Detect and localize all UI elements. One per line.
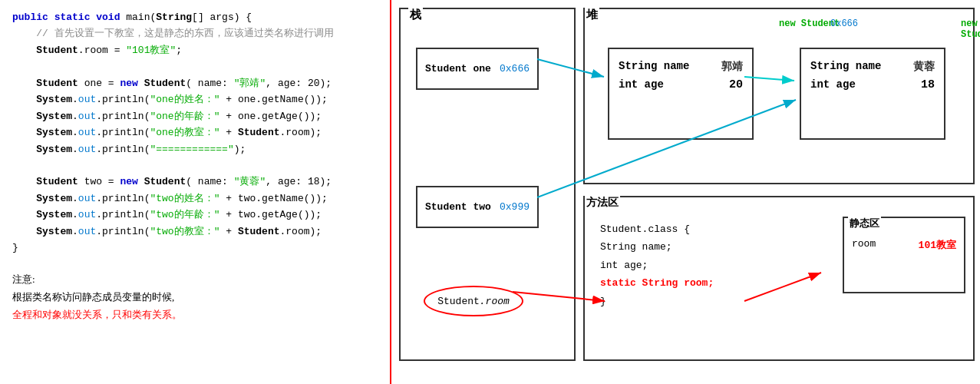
heap-obj2-field1-val: 黄蓉 <box>913 60 935 74</box>
heap-obj2-field2-name: int age <box>810 78 856 91</box>
student-room-oval: Student.room <box>424 286 523 316</box>
heap-obj1-field1-val: 郭靖 <box>721 60 743 74</box>
static-box: 静态区 room 101教室 <box>843 217 965 293</box>
stack-one-card: Student one 0x666 <box>416 48 539 90</box>
static-row: room 101教室 <box>852 238 956 252</box>
heap-object-1: String name 郭靖 int age 20 <box>608 48 754 140</box>
stack-two-card: Student two 0x999 <box>416 186 539 228</box>
heap-box: 堆 new Student 0x666 new Student 0x999 St… <box>583 8 975 184</box>
heap-obj2-row2: int age 18 <box>810 78 935 91</box>
heap-obj2-field1-name: String name <box>810 60 881 74</box>
heap-label: 堆 <box>585 8 599 22</box>
method-line2: String name; <box>600 238 714 256</box>
student-one-addr: 0x666 <box>500 63 530 74</box>
heap-obj2-field2-val: 18 <box>921 78 935 91</box>
heap-obj2-row1: String name 黄蓉 <box>810 60 935 74</box>
note-line1: 根据类名称访问静态成员变量的时候, <box>12 288 378 306</box>
method-content: Student.class { String name; int age; st… <box>600 220 714 310</box>
heap-new-label-2: new Student <box>961 18 980 40</box>
method-box: 方法区 Student.class { String name; int age… <box>583 196 975 361</box>
student-two-addr: 0x999 <box>500 201 530 213</box>
heap-addr-label-1: 0x666 <box>830 18 858 29</box>
heap-obj1-row2: int age 20 <box>619 78 743 91</box>
note-title: 注意: <box>12 270 378 288</box>
code-panel: public static void main(String[] args) {… <box>0 0 391 384</box>
student-room-text: Student.room <box>437 296 510 307</box>
method-line5: } <box>600 293 714 310</box>
static-field: room <box>852 238 876 252</box>
method-line4: static String room; <box>600 274 714 292</box>
stack-label: 栈 <box>408 8 423 22</box>
static-area-label: 静态区 <box>848 217 881 230</box>
heap-object-2: String name 黄蓉 int age 18 <box>800 48 945 140</box>
heap-obj1-field1-name: String name <box>619 60 689 74</box>
heap-obj1-field2-name: int age <box>619 78 664 91</box>
method-area-label: 方法区 <box>585 196 620 210</box>
method-line3: int age; <box>600 257 714 274</box>
student-one-label: Student one <box>425 63 491 74</box>
student-two-label: Student two <box>425 201 491 213</box>
stack-box: 栈 Student one 0x666 Student two 0x999 St… <box>399 8 576 361</box>
heap-obj1-row1: String name 郭靖 <box>619 60 743 74</box>
note-line2: 全程和对象就没关系，只和类有关系。 <box>12 306 378 323</box>
heap-obj1-field2-val: 20 <box>729 78 743 91</box>
static-value: 101教室 <box>919 238 956 252</box>
diagram-panel: 栈 Student one 0x666 Student two 0x999 St… <box>391 0 980 384</box>
note-section: 注意: 根据类名称访问静态成员变量的时候, 全程和对象就没关系，只和类有关系。 <box>12 270 378 324</box>
method-line1: Student.class { <box>600 220 714 238</box>
